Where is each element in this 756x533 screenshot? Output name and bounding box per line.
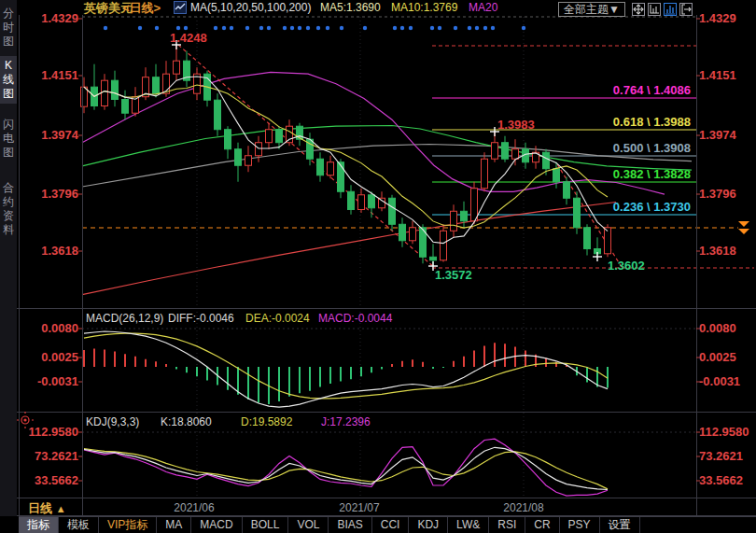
chart-header: 英镑美元 <日线> MA(5,10,20,50,100,200) MA5:1.3… [0, 1, 756, 16]
recent-low-annotation: 1.3602 [608, 259, 645, 273]
period-tag: <日线> [122, 1, 161, 15]
toolbar-item-xx[interactable]: 模板 [59, 517, 99, 533]
chart-type-sidebar: 分时图K线图闪电图合约资料 [0, 0, 17, 516]
sidebar-item-tab[interactable]: 合约资料 [0, 178, 17, 240]
kdj-j-value: J:17.2396 [321, 415, 371, 428]
toolbar-item-CR[interactable]: CR [525, 517, 559, 533]
kdj-d-value: D:19.5892 [241, 415, 292, 428]
macd-diff-value: DIFF:-0.0046 [168, 312, 234, 325]
toolbar-item-CCI[interactable]: CCI [372, 517, 410, 533]
ma-settings-label: MA(5,10,20,50,100,200) [190, 1, 311, 15]
swing-high-annotation: 1.3983 [497, 118, 535, 132]
toolbar-item-MACD[interactable]: MACD [191, 517, 242, 533]
pan-icon[interactable] [632, 3, 645, 16]
collapse-icon[interactable] [679, 3, 693, 16]
toolbar-item-RSI[interactable]: RSI [489, 517, 525, 533]
trading-app-window: 英镑美元 <日线> MA(5,10,20,50,100,200) MA5:1.3… [0, 0, 756, 533]
kdj-k-value: K:18.8060 [161, 415, 212, 428]
scale-icon[interactable] [648, 3, 661, 16]
sidebar-item-tab[interactable]: 闪电图 [0, 115, 17, 162]
toolbar-item-BIAS[interactable]: BIAS [329, 517, 371, 533]
macd-title[interactable]: MACD(26,12,9) [86, 312, 163, 325]
toolbar-item-LWx[interactable]: LW& [448, 517, 489, 533]
toolbar-item-BOLL[interactable]: BOLL [243, 517, 289, 533]
peak-price-annotation: 1.4248 [170, 31, 207, 45]
toolbar-item-KDJ[interactable]: KDJ [409, 517, 448, 533]
toolbar-item-xx[interactable]: 指标 [19, 517, 59, 533]
kline-chart-icon [174, 1, 187, 14]
toolbar-item-PSY[interactable]: PSY [560, 517, 600, 533]
kdj-title[interactable]: KDJ(9,3,3) [86, 415, 139, 428]
theme-dropdown[interactable]: 全部主题▼ [558, 2, 625, 17]
toolbar-item-VIPxx[interactable]: VIP指标 [99, 517, 157, 533]
ma20-value: MA20 [469, 1, 497, 15]
macd-dea-value: DEA:-0.0024 [245, 312, 310, 325]
indicator-toolbar: 指标模板VIP指标MAMACDBOLLVOLBIASCCIKDJLW&RSICR… [19, 516, 756, 533]
bar-chart-icon[interactable] [664, 3, 677, 16]
ma5-value: MA5:1.3690 [320, 1, 381, 15]
toolbar-item-VOL[interactable]: VOL [288, 517, 329, 533]
toolbar-item-xx[interactable]: 设置 [600, 517, 640, 533]
theme-dropdown-label: 全部主题 [564, 3, 609, 16]
chevron-down-icon: ▼ [609, 3, 620, 16]
sidebar-item-kline-active[interactable]: K线图 [0, 56, 17, 104]
major-low-annotation: 1.3572 [435, 268, 472, 282]
ma10-value: MA10:1.3769 [391, 1, 457, 15]
toolbar-item-MA[interactable]: MA [157, 517, 191, 533]
macd-value: MACD:-0.0044 [318, 312, 392, 325]
